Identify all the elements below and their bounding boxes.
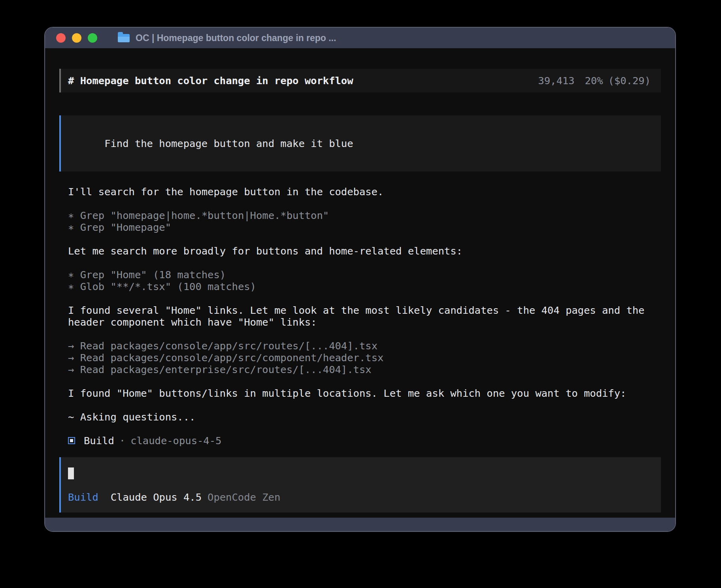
blank-line — [68, 423, 661, 435]
folder-icon — [118, 34, 130, 42]
arrow-icon: → — [68, 352, 80, 364]
text-cursor — [68, 467, 74, 479]
agent-status: Build·claude-opus-4-5 — [68, 435, 661, 447]
input-meta: Build Claude Opus 4.5 OpenCode Zen — [68, 491, 651, 503]
assistant-text: ~ Asking questions... — [68, 411, 661, 423]
blank-line — [68, 375, 661, 387]
tool-call-text: Read packages/console/app/src/routes/[..… — [80, 340, 377, 352]
tool-call-text: Grep "Home" (18 matches) — [80, 269, 226, 281]
separator-dot: · — [119, 435, 125, 447]
agent-model: claude-opus-4-5 — [130, 435, 221, 447]
minimize-button[interactable] — [72, 33, 81, 43]
user-message: Find the homepage button and make it blu… — [59, 115, 661, 172]
arrow-icon: → — [68, 364, 80, 375]
blank-line — [68, 292, 661, 304]
assistant-text: Let me search more broadly for buttons a… — [68, 245, 661, 257]
tool-call: ∗ Grep "Home" (18 matches) — [68, 269, 661, 281]
blank-line — [68, 198, 661, 209]
session-stats: 39,413 20% ($0.29) — [538, 75, 651, 87]
zoom-button[interactable] — [88, 33, 97, 43]
tool-call-text: Glob "**/*.tsx" (100 matches) — [80, 281, 256, 292]
tool-call: → Read packages/console/app/src/routes/[… — [68, 340, 661, 352]
active-model: Claude Opus 4.5 — [111, 491, 202, 503]
window-title: OC | Homepage button color change in rep… — [136, 33, 336, 43]
blank-line — [68, 399, 661, 411]
tool-call-text: Read packages/console/app/src/component/… — [80, 352, 384, 364]
asterisk-icon: ∗ — [68, 281, 80, 292]
terminal-content[interactable]: # Homepage button color change in repo w… — [45, 48, 675, 518]
tool-call-text: Read packages/enterprise/src/routes/[...… — [80, 364, 372, 375]
tool-call: ∗ Glob "**/*.tsx" (100 matches) — [68, 281, 661, 292]
agent-icon — [68, 437, 75, 444]
tool-call: ∗ Grep "Homepage" — [68, 221, 661, 233]
conversation: I'll search for the homepage button in t… — [68, 186, 661, 447]
agent-name: Build — [84, 435, 114, 447]
blank-line — [68, 233, 661, 245]
tool-call: → Read packages/console/app/src/componen… — [68, 352, 661, 364]
blank-line — [68, 257, 661, 269]
asterisk-icon: ∗ — [68, 221, 80, 233]
asterisk-icon: ∗ — [68, 269, 80, 281]
prompt-input[interactable]: Build Claude Opus 4.5 OpenCode Zen — [59, 457, 661, 513]
tool-call: ∗ Grep "homepage|home.*button|Home.*butt… — [68, 209, 661, 221]
close-button[interactable] — [56, 33, 66, 43]
user-message-text: Find the homepage button and make it blu… — [104, 138, 353, 149]
assistant-text: I found "Home" buttons/links in multiple… — [68, 387, 661, 399]
tool-call: → Read packages/enterprise/src/routes/[.… — [68, 364, 661, 375]
terminal-window: OC | Homepage button color change in rep… — [44, 27, 676, 532]
arrow-icon: → — [68, 340, 80, 352]
assistant-text: I found several "Home" links. Let me loo… — [68, 304, 661, 328]
model-provider: OpenCode Zen — [208, 491, 280, 503]
asterisk-icon: ∗ — [68, 209, 80, 221]
session-title: # Homepage button color change in repo w… — [68, 75, 353, 87]
tool-call-text: Grep "Homepage" — [80, 221, 171, 233]
tool-call-text: Grep "homepage|home.*button|Home.*button… — [80, 209, 329, 221]
session-cost: ($0.29) — [608, 75, 651, 87]
assistant-text: I'll search for the homepage button in t… — [68, 186, 661, 198]
title-bar: OC | Homepage button color change in rep… — [45, 28, 675, 48]
session-header: # Homepage button color change in repo w… — [59, 69, 661, 92]
blank-line — [68, 328, 661, 340]
traffic-lights — [56, 33, 97, 43]
window-footer — [45, 518, 675, 531]
token-count: 39,413 — [538, 75, 574, 87]
context-percent: 20% — [585, 75, 603, 87]
active-agent: Build — [68, 491, 98, 503]
